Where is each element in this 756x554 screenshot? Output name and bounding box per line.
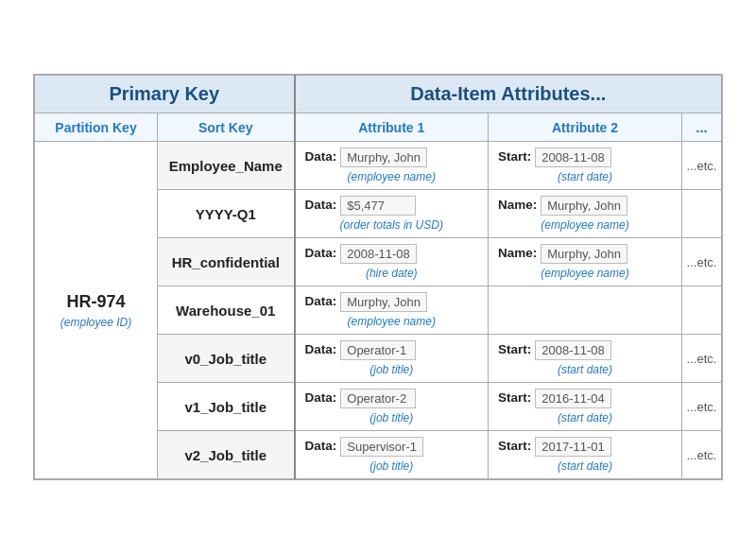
partition-key-cell: HR-974(employee ID) — [35, 142, 158, 479]
attribute1-cell: Data: 2008-11-08 (hire date) — [295, 238, 489, 286]
attribute2-col-header: Attribute 2 — [489, 113, 682, 142]
attr2-row: Start: 2008-11-08 — [498, 340, 672, 360]
more-cell — [682, 190, 722, 238]
attribute2-cell: Start: 2017-11-01 (start date) — [489, 431, 682, 479]
attr2-value: 2016-11-04 — [535, 389, 611, 408]
attribute2-cell — [489, 286, 682, 335]
attr1-value: Operator-2 — [340, 389, 416, 408]
partition-value: HR-974 — [35, 292, 157, 312]
attr2-label: Start: — [498, 437, 531, 453]
attr1-label: Data: — [305, 292, 337, 308]
attr2-desc: (employee name) — [498, 218, 672, 232]
attr1-desc: (employee name) — [305, 170, 479, 183]
attr2-desc: (employee name) — [498, 267, 672, 280]
attr1-label: Data: — [305, 437, 337, 453]
attribute1-cell: Data: Murphy, John (employee name) — [295, 142, 489, 190]
sort-key-cell: HR_confidential — [158, 238, 295, 286]
attribute2-cell: Start: 2008-11-08 (start date) — [489, 142, 682, 190]
attr2-desc: (start date) — [498, 363, 672, 376]
attr2-label: Start: — [498, 389, 531, 405]
attr2-label: Name: — [498, 196, 537, 212]
table-row: HR-974(employee ID)Employee_Name Data: M… — [35, 142, 722, 190]
attr1-row: Data: Supervisor-1 — [305, 437, 479, 457]
more-cell — [682, 286, 722, 335]
sort-key-cell: v2_Job_title — [158, 431, 295, 479]
sort-key-cell: Warehouse_01 — [158, 286, 295, 335]
main-table-wrapper: Primary Key Data-Item Attributes... Part… — [33, 74, 723, 480]
more-cell: ...etc. — [682, 142, 722, 190]
attr1-row: Data: Murphy, John — [305, 292, 479, 312]
header-row-1: Primary Key Data-Item Attributes... — [35, 76, 722, 113]
attr2-label: Start: — [498, 147, 531, 164]
attr1-row: Data: 2008-11-08 — [305, 244, 479, 264]
attr2-value: 2017-11-01 — [535, 437, 611, 457]
attribute2-cell: Name: Murphy, John (employee name) — [489, 190, 682, 238]
partition-key-col-header: Partition Key — [35, 113, 158, 142]
attr2-row: Start: 2016-11-04 — [498, 389, 672, 408]
attr1-value: $5,477 — [340, 196, 416, 216]
attr1-row: Data: Operator-1 — [305, 340, 479, 360]
sort-key-col-header: Sort Key — [158, 113, 295, 142]
more-cell: ...etc. — [682, 431, 722, 479]
attribute1-cell: Data: Operator-1 (job title) — [295, 335, 489, 383]
attr1-row: Data: Operator-2 — [305, 389, 479, 408]
attr2-row: Start: 2017-11-01 — [498, 437, 672, 457]
attr1-value: 2008-11-08 — [340, 244, 417, 264]
attr1-label: Data: — [305, 196, 337, 212]
more-cell: ...etc. — [682, 383, 722, 431]
attr2-label: Start: — [498, 340, 531, 356]
primary-key-header: Primary Key — [35, 76, 295, 113]
attribute2-cell: Name: Murphy, John (employee name) — [489, 238, 682, 286]
sort-key-cell: v1_Job_title — [158, 383, 295, 431]
attr2-value: 2008-11-08 — [535, 147, 611, 167]
attribute1-cell: Data: Supervisor-1 (job title) — [295, 431, 489, 479]
attribute1-cell: Data: Operator-2 (job title) — [295, 383, 489, 431]
attr1-value: Operator-1 — [340, 340, 416, 360]
attr1-value: Supervisor-1 — [340, 437, 423, 457]
attr1-desc: (job title) — [305, 363, 479, 376]
attr1-row: Data: $5,477 — [305, 196, 479, 216]
sort-key-cell: YYYY-Q1 — [158, 190, 295, 238]
more-cell: ...etc. — [682, 238, 722, 286]
attr1-label: Data: — [305, 389, 337, 405]
attr2-value: Murphy, John — [541, 196, 627, 216]
attr2-row: Start: 2008-11-08 — [498, 147, 672, 167]
partition-description: (employee ID) — [35, 316, 157, 329]
attribute2-cell: Start: 2008-11-08 (start date) — [489, 335, 682, 383]
header-row-2: Partition Key Sort Key Attribute 1 Attri… — [35, 113, 722, 142]
attr1-desc: (hire date) — [305, 267, 479, 280]
attr2-row: Name: Murphy, John — [498, 196, 672, 216]
attr1-value: Murphy, John — [340, 147, 427, 167]
attribute1-cell: Data: Murphy, John (employee name) — [295, 286, 489, 335]
attr1-label: Data: — [305, 147, 337, 164]
sort-key-cell: v0_Job_title — [158, 335, 295, 383]
attr1-value: Murphy, John — [340, 292, 427, 312]
attr1-desc: (employee name) — [305, 315, 479, 328]
more-cell: ...etc. — [682, 335, 722, 383]
attribute1-cell: Data: $5,477 (order totals in USD) — [295, 190, 489, 238]
attribute1-col-header: Attribute 1 — [295, 113, 489, 142]
attr1-label: Data: — [305, 340, 337, 356]
attr2-desc: (start date) — [498, 459, 672, 473]
attr2-desc: (start date) — [498, 170, 672, 183]
attr2-row: Name: Murphy, John — [498, 244, 672, 264]
attr2-label: Name: — [498, 244, 537, 260]
attr1-desc: (order totals in USD) — [305, 218, 479, 232]
sort-key-cell: Employee_Name — [158, 142, 295, 190]
more-col-header: ... — [682, 113, 722, 142]
attr1-row: Data: Murphy, John — [305, 147, 479, 167]
attr1-desc: (job title) — [305, 459, 479, 473]
attr2-desc: (start date) — [498, 411, 672, 424]
attr2-value: 2008-11-08 — [535, 340, 611, 360]
attr1-desc: (job title) — [305, 411, 479, 424]
data-item-attributes-header: Data-Item Attributes... — [295, 76, 722, 113]
attr1-label: Data: — [305, 244, 337, 260]
attr2-value: Murphy, John — [541, 244, 627, 264]
attribute2-cell: Start: 2016-11-04 (start date) — [489, 383, 682, 431]
